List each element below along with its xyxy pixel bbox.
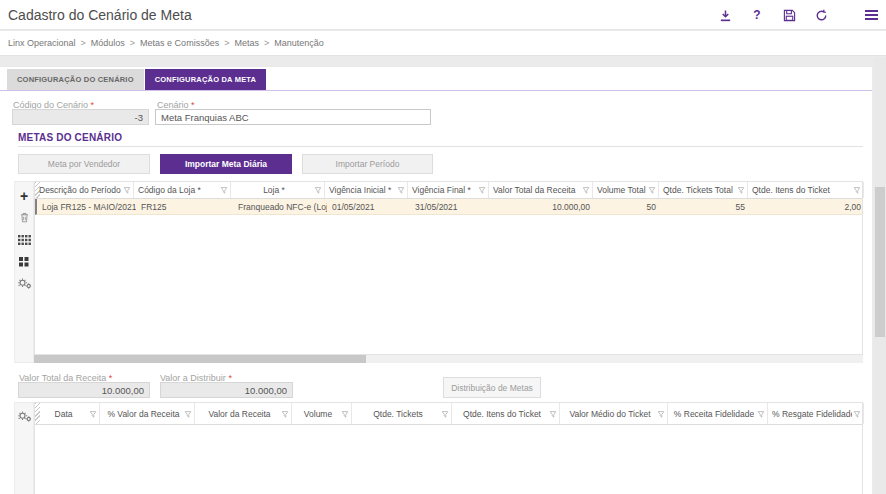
filter-icon[interactable] [657,410,665,418]
column-header[interactable]: Qtde. Tickets Total [659,182,748,198]
h-scrollbar-thumb[interactable] [34,355,366,363]
filter-icon[interactable] [441,410,449,418]
column-header-label: Valor Total da Receita [493,185,581,195]
filter-icon[interactable] [478,186,486,194]
settings-icon[interactable] [17,410,32,423]
filter-icon[interactable] [123,186,131,194]
filter-icon[interactable] [397,186,405,194]
filter-icon[interactable] [853,410,861,418]
column-header[interactable]: Vigência Inicial * [325,182,408,198]
download-icon[interactable] [716,6,734,24]
breadcrumb-item[interactable]: Manutenção [274,38,324,48]
column-header[interactable]: Volume [292,403,352,424]
filter-icon[interactable] [853,186,861,194]
column-header[interactable]: % Receita Fidelidade [668,403,768,424]
column-header-label: % Valor da Receita [104,409,183,419]
add-icon[interactable]: + [17,189,32,202]
column-header[interactable]: Volume Total [593,182,659,198]
column-header[interactable]: Valor Total da Receita [489,182,593,198]
breadcrumb-item[interactable]: Metas e Comissões [140,38,219,48]
breadcrumb: Linx Operacional>Módulos>Metas e Comissõ… [0,31,886,56]
table-cell: 2,00 [750,199,866,214]
main-panel: CONFIGURAÇÃO DO CENÁRIOCONFIGURAÇÃO DA M… [0,66,872,494]
filter-icon[interactable] [281,410,289,418]
column-header-label: Loja * [235,185,313,195]
filter-icon[interactable] [549,410,557,418]
filter-icon[interactable] [582,186,590,194]
column-header[interactable]: Valor Médio do Ticket [560,403,668,424]
filter-icon[interactable] [220,186,228,194]
header-actions: ? [716,0,880,30]
distribuicao-de-metas-button[interactable]: Distribuição de Metas [443,377,541,398]
column-header[interactable]: Valor da Receita [195,403,292,424]
column-header-label: Código da Loja * [138,185,219,195]
tab-configuracao-do-cenario[interactable]: CONFIGURAÇÃO DO CENÁRIO [7,69,144,90]
daily-grid-header: Data% Valor da ReceitaValor da ReceitaVo… [35,403,862,425]
filter-icon[interactable] [737,186,745,194]
table-cell: 55 [661,199,750,214]
tab-underline [0,90,872,91]
v-scrollbar-thumb[interactable] [875,187,885,337]
help-icon[interactable]: ? [748,6,766,24]
delete-icon[interactable] [17,211,32,224]
column-header[interactable]: Data [35,403,100,424]
column-header-label: Volume Total [597,185,647,195]
v-scrollbar[interactable] [874,57,886,494]
cenario-input[interactable] [155,109,431,125]
column-header-label: % Resgate Fidelidade [772,409,852,419]
breadcrumb-separator: > [264,38,269,48]
valor-a-distribuir-input [160,382,293,398]
daily-grid-table: Data% Valor da ReceitaValor da ReceitaVo… [34,402,863,494]
undo-icon[interactable] [812,6,830,24]
column-header[interactable]: Código da Loja * [134,182,231,198]
filter-icon[interactable] [757,410,765,418]
column-header-label: Vigência Inicial * [329,185,396,195]
h-scrollbar[interactable] [34,355,863,363]
breadcrumb-item[interactable]: Linx Operacional [8,38,76,48]
card-view-icon[interactable] [17,255,32,268]
filter-icon[interactable] [341,410,349,418]
importar-meta-diaria-button[interactable]: Importar Meta Diária [160,154,292,174]
valor-total-receita-input [18,382,150,398]
menu-icon[interactable] [862,6,880,24]
tab-configuracao-da-meta[interactable]: CONFIGURAÇÃO DA META [145,69,267,90]
table-cell: Franqueado NFC-e (Loja) [233,199,327,214]
column-header[interactable]: Descrição do Período * [35,182,134,198]
settings-icon[interactable] [17,277,32,290]
tab-bar: CONFIGURAÇÃO DO CENÁRIOCONFIGURAÇÃO DA M… [7,69,266,90]
column-header-label: Valor Médio do Ticket [564,409,656,419]
metas-grid-body: Loja FR125 - MAIO/2021FR125Franqueado NF… [35,199,862,215]
table-cell: 50 [595,199,661,214]
column-header-label: Vigência Final * [412,185,477,195]
breadcrumb-separator: > [130,38,135,48]
filter-icon[interactable] [314,186,322,194]
breadcrumb-item[interactable]: Módulos [91,38,125,48]
table-cell: FR125 [136,199,233,214]
column-header[interactable]: Vigência Final * [408,182,489,198]
table-row[interactable]: Loja FR125 - MAIO/2021FR125Franqueado NF… [35,199,862,215]
section-divider [18,146,863,147]
filter-icon[interactable] [184,410,192,418]
filter-icon[interactable] [648,186,656,194]
table-cell: Loja FR125 - MAIO/2021 [37,199,136,214]
column-header[interactable]: % Valor da Receita [100,403,195,424]
column-header[interactable]: Loja * [231,182,325,198]
filter-icon[interactable] [89,410,97,418]
table-cell: 10.000,00 [491,199,595,214]
column-header[interactable]: Qtde. Itens do Ticket [748,182,864,198]
importar-periodo-button[interactable]: Importar Período [302,154,433,174]
column-header[interactable]: Qtde. Tickets [352,403,452,424]
column-header-label: Volume [296,409,340,419]
column-header-label: Data [39,409,88,419]
save-icon[interactable] [780,6,798,24]
meta-por-vendedor-button[interactable]: Meta por Vendedor [18,154,150,174]
column-header-label: Valor da Receita [199,409,280,419]
column-header-label: Qtde. Itens do Ticket [456,409,548,419]
column-header[interactable]: Qtde. Itens do Ticket [452,403,560,424]
top-bar: Cadastro do Cenário de Meta ? [0,0,886,30]
breadcrumb-item[interactable]: Metas [234,38,259,48]
column-header[interactable]: % Resgate Fidelidade [768,403,864,424]
grid-view-icon[interactable] [17,233,32,246]
column-header-label: Qtde. Tickets Total [663,185,736,195]
metas-grid-toolbar: + [14,181,34,363]
